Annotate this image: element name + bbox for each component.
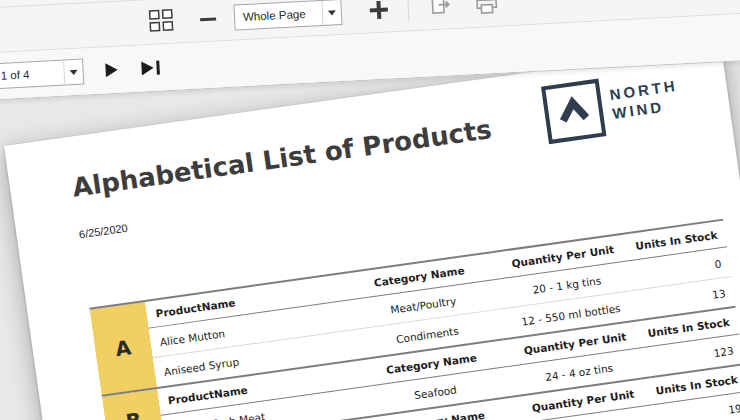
zoom-level-select[interactable]: Whole Page: [233, 0, 342, 31]
next-page-icon: [105, 63, 118, 78]
export-icon: [428, 0, 453, 21]
next-page-button[interactable]: [101, 59, 122, 82]
page-number-value: 1 of 4: [0, 68, 29, 81]
report-table: AProductNameCategory NameQuantity Per Un…: [89, 219, 740, 420]
report-viewer: NORTH WIND Alphabetical List of Products…: [0, 0, 740, 420]
chevron-down-icon: [70, 69, 78, 74]
last-page-bar: [156, 61, 160, 75]
page-combo-arrow: [63, 60, 83, 85]
last-page-button[interactable]: [137, 56, 164, 79]
zoom-out-button[interactable]: [196, 13, 221, 25]
report-table-body: AProductNameCategory NameQuantity Per Un…: [89, 220, 740, 420]
chevron-up-icon: [551, 87, 597, 136]
zoom-out-icon: [200, 17, 216, 21]
toolbar-separator: [407, 0, 409, 20]
northwind-logo: NORTH WIND: [541, 68, 683, 144]
last-page-icon: [141, 61, 154, 76]
page-setup-button[interactable]: [470, 0, 504, 23]
zoom-in-icon: [369, 1, 388, 20]
page-layout-button[interactable]: [143, 3, 179, 40]
report-page: NORTH WIND Alphabetical List of Products…: [4, 45, 740, 420]
export-button[interactable]: [424, 0, 458, 25]
northwind-logo-mark: [541, 79, 607, 145]
printer-settings-icon: [474, 0, 499, 18]
page-number-select[interactable]: 1 of 4: [0, 59, 84, 90]
chevron-down-icon: [328, 10, 336, 15]
northwind-logo-text: NORTH WIND: [607, 68, 681, 123]
zoom-in-button[interactable]: [365, 0, 392, 24]
zoom-level-value: Whole Page: [243, 8, 306, 23]
report-page-content: NORTH WIND Alphabetical List of Products…: [4, 45, 740, 420]
zoom-combo-arrow: [321, 0, 341, 25]
page-layout-icon: [147, 7, 174, 35]
